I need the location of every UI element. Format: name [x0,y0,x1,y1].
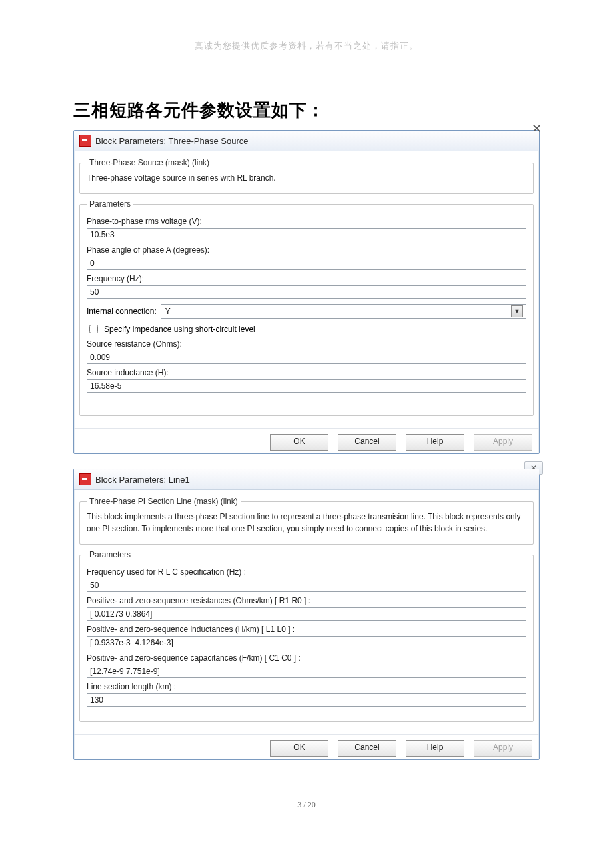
mask-legend: Three-Phase Source (mask) (link) [87,158,212,167]
sequence-capacitances-input[interactable] [87,665,526,678]
parameters-group: Parameters Frequency used for R L C spec… [79,550,534,722]
sequence-inductances-label: Positive- and zero-sequence inductances … [87,625,526,634]
titlebar: Block Parameters: Line1 [74,469,539,490]
dialog-title: Block Parameters: Three-Phase Source [95,136,249,146]
button-bar: OK Cancel Help Apply [74,428,539,453]
internal-connection-select[interactable]: Y ▼ [161,304,526,319]
frequency-input[interactable] [87,285,526,299]
apply-button[interactable]: Apply [474,434,532,451]
titlebar: Block Parameters: Three-Phase Source [74,131,539,151]
page-heading: 三相短路各元件参数设置如下： [73,99,540,122]
internal-connection-label: Internal connection: [87,307,157,316]
sequence-resistances-label: Positive- and zero-sequence resistances … [87,596,526,605]
help-button[interactable]: Help [406,434,464,451]
line-length-input[interactable] [87,693,526,707]
dialog-three-phase-source: ✕ Block Parameters: Three-Phase Source T… [73,130,540,454]
rlc-frequency-label: Frequency used for R L C specification (… [87,567,526,577]
apply-button[interactable]: Apply [474,740,532,757]
parameters-group: Parameters Phase-to-phase rms voltage (V… [79,199,534,416]
page-top-note: 真诚为您提供优质参考资料，若有不当之处，请指正。 [73,40,540,52]
source-inductance-label: Source inductance (H): [87,368,526,377]
mask-group: Three-Phase PI Section Line (mask) (link… [79,497,534,545]
ok-button[interactable]: OK [270,740,328,757]
mask-description: Three-phase voltage source in series wit… [87,173,526,184]
help-button[interactable]: Help [406,740,464,757]
source-resistance-input[interactable] [87,351,526,364]
sequence-resistances-input[interactable] [87,607,526,621]
line-length-label: Line section length (km) : [87,682,526,691]
dialog-title: Block Parameters: Line1 [95,475,190,485]
source-resistance-label: Source resistance (Ohms): [87,339,526,349]
frequency-label: Frequency (Hz): [87,274,526,283]
rlc-frequency-input[interactable] [87,579,526,592]
sequence-capacitances-label: Positive- and zero-sequence capacitances… [87,653,526,663]
cancel-button[interactable]: Cancel [338,434,396,451]
specify-impedance-label: Specify impedance using short-circuit le… [104,325,255,334]
specify-impedance-checkbox[interactable] [89,325,98,333]
ok-button[interactable]: OK [270,434,328,451]
button-bar: OK Cancel Help Apply [74,734,539,759]
phase-angle-input[interactable] [87,257,526,270]
parameters-legend: Parameters [87,199,133,209]
internal-connection-value: Y [165,307,171,316]
phase-angle-label: Phase angle of phase A (degrees): [87,245,526,255]
page-footer: 3 / 20 [73,800,540,810]
parameters-legend: Parameters [87,550,133,559]
mask-description: This block implements a three-phase PI s… [87,511,526,535]
cancel-button[interactable]: Cancel [338,740,396,757]
sequence-inductances-input[interactable] [87,636,526,649]
source-inductance-input[interactable] [87,379,526,393]
app-icon [79,135,91,147]
dialog-line1: ✕ Block Parameters: Line1 Three-Phase PI… [73,469,540,760]
chevron-down-icon: ▼ [511,305,523,317]
mask-legend: Three-Phase PI Section Line (mask) (link… [87,497,241,506]
rms-voltage-label: Phase-to-phase rms voltage (V): [87,217,526,226]
rms-voltage-input[interactable] [87,228,526,241]
mask-group: Three-Phase Source (mask) (link) Three-p… [79,158,534,194]
app-icon [79,473,91,485]
